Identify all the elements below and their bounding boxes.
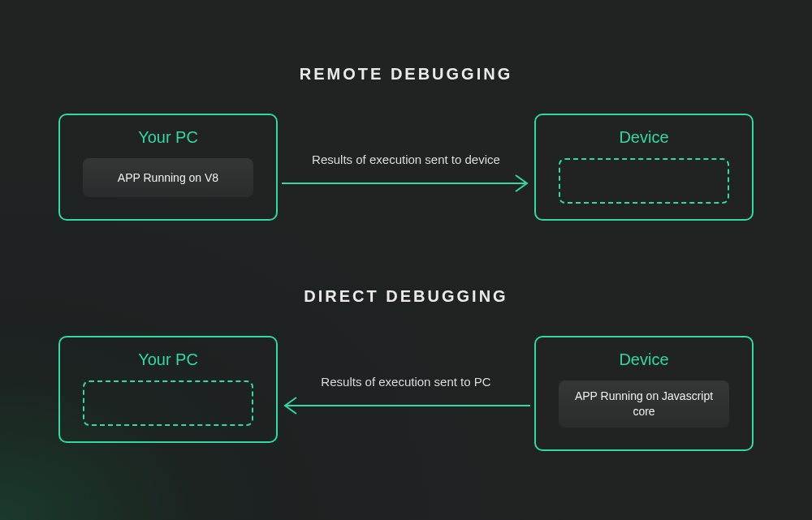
remote-device-title: Device	[536, 128, 752, 147]
direct-pc-title: Your PC	[60, 350, 276, 369]
direct-arrow-label: Results of execution sent to PC	[0, 375, 812, 389]
direct-device-box: Device APP Running on Javascript core	[534, 336, 754, 451]
direct-device-title: Device	[536, 350, 752, 369]
remote-pc-box: Your PC APP Running on V8	[58, 114, 278, 221]
section-title-direct: DIRECT DEBUGGING	[0, 287, 812, 306]
arrow-left-icon	[282, 396, 530, 415]
remote-pc-title: Your PC	[60, 128, 276, 147]
arrow-right-icon	[282, 174, 530, 193]
direct-pc-box: Your PC	[58, 336, 278, 443]
section-title-remote: REMOTE DEBUGGING	[0, 65, 812, 84]
remote-arrow-label: Results of execution sent to device	[0, 153, 812, 166]
remote-device-box: Device	[534, 114, 754, 221]
